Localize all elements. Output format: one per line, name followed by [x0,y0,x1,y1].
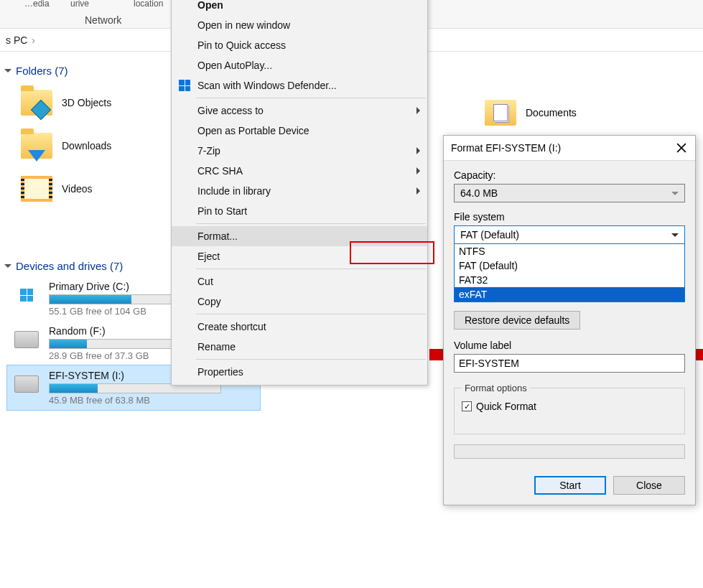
folder-label: Documents [526,107,577,118]
menu-item-properties[interactable]: Properties [172,362,427,382]
filesystem-combo[interactable]: FAT (Default) [454,225,685,244]
breadcrumb-item[interactable]: s PC [4,33,29,47]
menu-item-open[interactable]: Open [172,0,427,15]
capacity-combo[interactable]: 64.0 MB [454,184,685,202]
folder-icon [19,85,55,121]
menu-item-format[interactable]: Format... [172,226,427,246]
folder-label: 3D Objects [62,97,111,108]
filesystem-label: File system [454,211,685,223]
restore-defaults-button[interactable]: Restore device defaults [454,311,580,330]
menu-item-copy[interactable]: Copy [172,291,427,312]
submenu-arrow-icon [416,187,420,195]
folder-item-documents[interactable]: Documents [483,95,577,131]
format-options-legend: Format options [462,383,530,393]
menu-item-pin-quick-access[interactable]: Pin to Quick access [172,35,427,55]
format-progress-bar [454,444,685,459]
submenu-arrow-icon [416,167,420,174]
menu-item-7zip[interactable]: 7-Zip [172,141,427,161]
chevron-down-icon [4,69,11,73]
volume-label-input[interactable] [454,354,685,373]
menu-item-scan-defender[interactable]: Scan with Windows Defender... [172,75,427,95]
dialog-title: Format EFI-SYSTEM (I:) [451,142,561,154]
menu-separator [196,269,426,269]
quick-format-label: Quick Format [476,401,536,412]
start-button[interactable]: Start [534,476,606,495]
breadcrumb-separator: › [29,34,38,46]
volume-label-label: Volume label [454,340,685,351]
menu-item-cut[interactable]: Cut [172,271,427,291]
section-title: Folders (7) [16,65,68,77]
fs-option-ntfs[interactable]: NTFS [455,244,684,258]
capacity-label: Capacity: [454,169,685,181]
context-menu: Open Open in new window Pin to Quick acc… [171,0,428,386]
drive-icon [10,370,43,398]
menu-item-crc-sha[interactable]: CRC SHA [172,161,427,181]
menu-separator [196,359,426,360]
chevron-down-icon [671,192,679,195]
close-icon [676,143,686,153]
dialog-titlebar[interactable]: Format EFI-SYSTEM (I:) [444,136,695,161]
ribbon-network-label: Network [85,14,121,26]
close-button-bottom[interactable]: Close [613,476,685,495]
menu-item-rename[interactable]: Rename [172,337,427,357]
checkbox-check-icon: ✓ [462,401,472,411]
fs-option-exfat[interactable]: exFAT [455,287,684,302]
folder-icon [19,128,55,164]
format-dialog: Format EFI-SYSTEM (I:) Capacity: 64.0 MB… [443,135,696,505]
capacity-value: 64.0 MB [460,187,498,199]
menu-separator [196,314,426,314]
menu-separator [196,223,426,224]
submenu-arrow-icon [416,147,420,154]
section-title: Devices and drives (7) [16,260,123,272]
folder-label: Videos [62,183,93,195]
menu-item-create-shortcut[interactable]: Create shortcut [172,317,427,337]
drive-os-icon [10,281,43,309]
folder-icon [19,171,55,207]
menu-item-pin-to-start[interactable]: Pin to Start [172,201,427,221]
ribbon-word: location [134,0,163,9]
quick-format-checkbox[interactable]: ✓ Quick Format [462,401,677,412]
menu-item-open-new-window[interactable]: Open in new window [172,15,427,35]
ribbon-word: urive [70,0,89,9]
fs-option-fat-default[interactable]: FAT (Default) [455,258,684,273]
filesystem-value: FAT (Default) [460,229,519,241]
filesystem-dropdown: NTFS FAT (Default) FAT32 exFAT [454,244,685,302]
menu-item-give-access-to[interactable]: Give access to [172,101,427,121]
drive-free-text: 45.9 MB free of 63.8 MB [49,395,236,406]
fs-option-fat32[interactable]: FAT32 [455,273,684,287]
chevron-down-icon [671,233,679,237]
submenu-arrow-icon [416,107,420,114]
folder-icon [485,100,516,126]
menu-item-eject[interactable]: Eject [172,246,427,266]
menu-item-include-in-library[interactable]: Include in library [172,181,427,201]
close-button[interactable] [675,141,688,154]
chevron-down-icon [4,264,11,268]
folder-label: Downloads [62,140,111,151]
menu-item-open-portable[interactable]: Open as Portable Device [172,121,427,141]
selection-bar [696,349,703,360]
drive-icon [10,325,43,354]
menu-separator [196,98,426,98]
ribbon-word: …edia [24,0,50,9]
format-options-group: Format options ✓ Quick Format [454,383,685,434]
defender-icon [179,80,190,91]
menu-item-open-autoplay[interactable]: Open AutoPlay... [172,55,427,75]
